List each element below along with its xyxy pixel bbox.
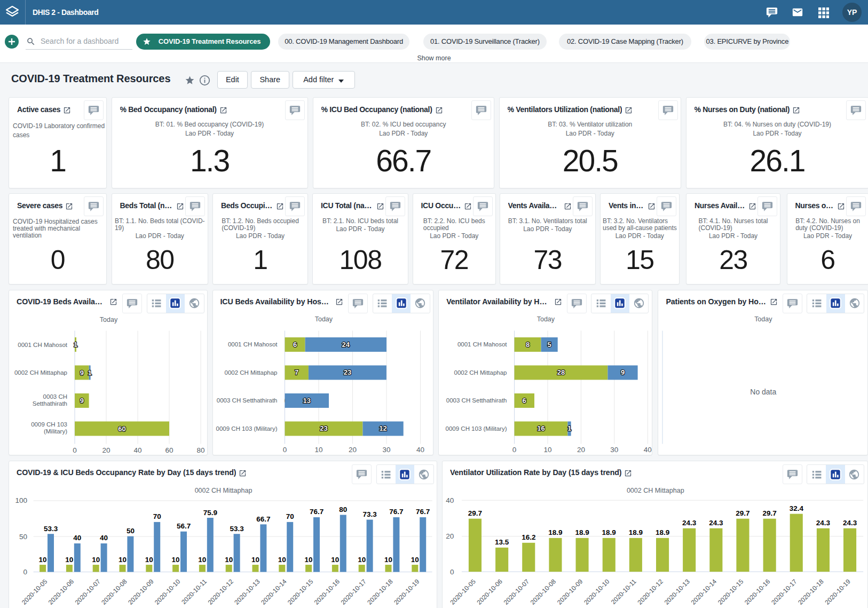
svg-text:29.7: 29.7	[762, 509, 776, 517]
svg-text:0: 0	[23, 568, 27, 576]
svg-text:10: 10	[305, 556, 313, 564]
svg-text:Today: Today	[755, 315, 773, 323]
svg-text:10: 10	[251, 556, 259, 564]
svg-text:20: 20	[348, 446, 356, 454]
svg-text:9: 9	[621, 368, 625, 376]
svg-text:20: 20	[577, 446, 585, 454]
svg-text:0002 CH Mittaphap: 0002 CH Mittaphap	[454, 369, 507, 376]
svg-text:2020-10-12: 2020-10-12	[636, 578, 665, 606]
svg-text:20: 20	[102, 446, 110, 454]
svg-text:2020-10-11: 2020-10-11	[180, 578, 208, 606]
svg-text:2020-10-10: 2020-10-10	[153, 578, 182, 606]
svg-text:0003 CH: 0003 CH	[43, 393, 67, 400]
svg-text:1: 1	[88, 368, 91, 376]
svg-text:10: 10	[358, 556, 366, 564]
svg-text:10: 10	[331, 556, 339, 564]
svg-text:2020-10-16: 2020-10-16	[313, 578, 342, 606]
svg-text:2020-10-18: 2020-10-18	[796, 578, 825, 606]
svg-text:60: 60	[118, 424, 125, 432]
svg-text:53.3: 53.3	[230, 525, 244, 533]
svg-text:Today: Today	[314, 315, 333, 323]
svg-text:23: 23	[320, 424, 327, 432]
svg-text:2020-10-05: 2020-10-05	[448, 578, 477, 606]
svg-text:2020-10-09: 2020-10-09	[127, 578, 155, 606]
svg-text:24.3: 24.3	[843, 519, 857, 527]
svg-text:(Military): (Military)	[44, 428, 67, 435]
svg-text:13.5: 13.5	[495, 538, 509, 546]
svg-text:2020-10-19: 2020-10-19	[392, 578, 421, 606]
svg-text:56.7: 56.7	[177, 522, 191, 530]
svg-text:2020-10-11: 2020-10-11	[610, 578, 638, 606]
svg-text:10: 10	[314, 446, 322, 454]
svg-text:0002 CH Mittaphap: 0002 CH Mittaphap	[627, 487, 684, 494]
svg-text:Today: Today	[537, 315, 555, 323]
svg-text:12: 12	[379, 424, 386, 432]
svg-text:1: 1	[74, 341, 77, 349]
svg-text:0002 CH Mittaphap: 0002 CH Mittaphap	[195, 487, 252, 494]
svg-text:29.7: 29.7	[736, 509, 749, 517]
svg-text:66.7: 66.7	[256, 515, 270, 523]
svg-text:18.9: 18.9	[548, 528, 562, 536]
svg-text:80: 80	[196, 446, 204, 454]
svg-text:18.9: 18.9	[602, 528, 616, 536]
svg-text:16: 16	[537, 424, 545, 432]
svg-text:13: 13	[303, 396, 310, 404]
svg-text:10: 10	[411, 556, 419, 564]
svg-text:2020-10-08: 2020-10-08	[529, 578, 558, 606]
svg-text:2020-10-13: 2020-10-13	[663, 578, 692, 606]
svg-text:9: 9	[80, 397, 84, 405]
svg-text:40: 40	[100, 534, 108, 542]
svg-text:9: 9	[80, 368, 84, 376]
svg-text:76.7: 76.7	[416, 508, 430, 516]
svg-text:Today: Today	[100, 315, 118, 323]
svg-text:53.3: 53.3	[44, 525, 58, 533]
svg-text:2020-10-10: 2020-10-10	[582, 578, 611, 606]
svg-text:2020-10-05: 2020-10-05	[20, 578, 49, 606]
svg-text:16.2: 16.2	[522, 533, 535, 541]
svg-text:2020-10-07: 2020-10-07	[502, 578, 531, 606]
svg-text:40: 40	[73, 534, 81, 542]
svg-text:40: 40	[416, 446, 424, 454]
svg-text:2020-10-09: 2020-10-09	[556, 578, 585, 606]
svg-text:40: 40	[644, 446, 652, 454]
svg-text:2020-10-14: 2020-10-14	[690, 578, 719, 606]
svg-text:0002 CH Mittaphap: 0002 CH Mittaphap	[224, 369, 277, 376]
svg-text:No data: No data	[751, 387, 777, 396]
svg-text:0001 CH Mahosot: 0001 CH Mahosot	[227, 341, 277, 348]
svg-text:1: 1	[567, 424, 571, 432]
svg-text:2020-10-07: 2020-10-07	[74, 578, 102, 606]
svg-text:10: 10	[225, 556, 233, 564]
svg-text:2020-10-15: 2020-10-15	[286, 578, 315, 606]
svg-text:24.3: 24.3	[709, 519, 723, 527]
svg-text:76.7: 76.7	[389, 508, 403, 516]
svg-text:20: 20	[446, 532, 454, 540]
svg-text:0: 0	[512, 446, 517, 454]
svg-text:18.9: 18.9	[575, 528, 589, 536]
svg-text:50: 50	[127, 527, 135, 535]
svg-text:2020-10-08: 2020-10-08	[100, 578, 129, 606]
svg-text:10: 10	[384, 556, 392, 564]
svg-text:10: 10	[278, 556, 286, 564]
svg-text:2020-10-14: 2020-10-14	[259, 578, 288, 606]
svg-text:10: 10	[39, 556, 47, 564]
svg-text:8: 8	[526, 341, 530, 349]
svg-text:80: 80	[339, 506, 347, 514]
svg-text:32.4: 32.4	[790, 504, 804, 512]
svg-text:10: 10	[145, 556, 153, 564]
svg-text:18.9: 18.9	[629, 528, 643, 536]
svg-text:23: 23	[343, 368, 351, 376]
svg-text:10: 10	[544, 446, 552, 454]
svg-text:0002 CH Mittaphap: 0002 CH Mittaphap	[14, 369, 67, 376]
svg-text:24.3: 24.3	[682, 519, 697, 527]
svg-text:6: 6	[523, 396, 526, 404]
svg-text:10: 10	[65, 556, 73, 564]
svg-text:10: 10	[119, 556, 127, 564]
svg-text:2020-10-06: 2020-10-06	[476, 578, 504, 606]
svg-text:40: 40	[133, 446, 141, 454]
svg-text:7: 7	[295, 368, 298, 376]
svg-text:18.9: 18.9	[656, 528, 669, 536]
svg-text:0: 0	[73, 446, 77, 454]
svg-text:24.3: 24.3	[816, 519, 831, 527]
svg-text:0001 CH Mahosot: 0001 CH Mahosot	[457, 341, 507, 348]
svg-text:40: 40	[446, 496, 454, 504]
